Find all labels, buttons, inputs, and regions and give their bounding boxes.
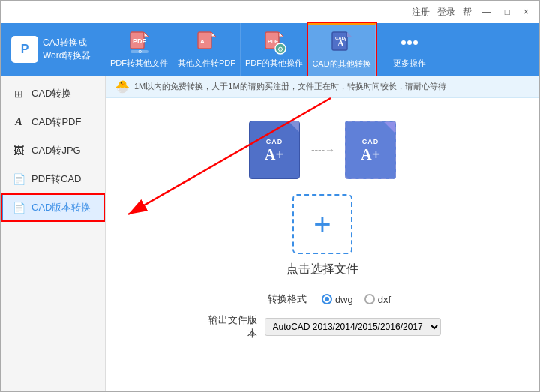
login-link[interactable]: 登录 xyxy=(437,6,455,19)
toolbar-other-to-pdf-label: 其他文件转PDF xyxy=(178,58,236,69)
sidebar-item-cad-to-pdf[interactable]: A CAD转PDF xyxy=(1,108,105,136)
sidebar-item-cad-convert[interactable]: ⊞ CAD转换 xyxy=(1,79,105,108)
toolbar-pdf-other-op-label: PDF的其他操作 xyxy=(245,58,303,69)
register-link[interactable]: 注册 xyxy=(412,6,430,19)
svg-marker-14 xyxy=(347,32,352,37)
sidebar-item-cad-version[interactable]: 📄 CAD版本转换 xyxy=(1,193,105,222)
sidebar: ⊞ CAD转换 A CAD转PDF 🖼 CAD转JPG 📄 PDF转CAD 📄 … xyxy=(1,76,106,392)
target-cad-symbol: A+ xyxy=(361,147,380,162)
logo-icon: P xyxy=(11,36,38,63)
target-file-fold xyxy=(384,122,394,133)
pdf-other-op-icon: PDF ⚙ xyxy=(262,31,286,55)
toolbar-cad-other-label: CAD的其他转换 xyxy=(312,58,370,70)
svg-text:+: + xyxy=(344,37,347,43)
sidebar-item-pdf-to-cad[interactable]: 📄 PDF转CAD xyxy=(1,165,105,193)
toolbar-pdf-to-other-label: PDF转其他文件 xyxy=(110,58,168,69)
logo-text: CAJ转换成 Word转换器 xyxy=(43,37,91,62)
svg-point-20 xyxy=(413,40,418,45)
cad-version-icon: 📄 xyxy=(12,202,26,214)
pdf-to-cad-icon: 📄 xyxy=(12,173,26,185)
cad-to-pdf-icon: A xyxy=(12,116,26,128)
dwg-label: dwg xyxy=(335,294,353,305)
notice-bar: 🐣 1M以内的免费转换，大于1M的请购买注册，文件正在时，转换时间较长，请耐心等… xyxy=(106,76,539,98)
cad-to-jpg-icon: 🖼 xyxy=(12,145,26,157)
format-dwg-option[interactable]: dwg xyxy=(322,294,353,305)
maximize-button[interactable]: □ xyxy=(502,7,513,17)
svg-text:A: A xyxy=(200,38,205,45)
cad-convert-icon: ⊞ xyxy=(12,88,26,100)
more-ops-icon xyxy=(398,31,422,55)
conversion-panel: CAD A+ - - - - → CAD A+ xyxy=(106,98,539,340)
other-to-pdf-icon: A xyxy=(195,31,219,55)
cad-other-icon: CAD A + xyxy=(330,31,354,55)
svg-marker-2 xyxy=(144,32,148,37)
format-radio-group: dwg dxf xyxy=(322,294,391,305)
file-fold xyxy=(289,121,299,132)
conversion-arrow: - - - - → xyxy=(311,144,334,156)
source-cad-file: CAD A+ xyxy=(249,121,300,179)
format-label: 转换格式 xyxy=(254,292,307,306)
notice-text: 1M以内的免费转换，大于1M的请购买注册，文件正在时，转换时间较长，请耐心等待 xyxy=(134,81,446,92)
dxf-label: dxf xyxy=(378,294,391,305)
dwg-radio-dot[interactable] xyxy=(322,294,332,304)
svg-marker-7 xyxy=(212,32,216,37)
version-label: 输出文件版本 xyxy=(205,313,257,340)
toolbar-button-group: PDF ⚙ PDF转其他文件 A 其他文件转PDF xyxy=(106,23,539,76)
svg-marker-10 xyxy=(279,32,284,37)
main-content-area: 🐣 1M以内的免费转换，大于1M的请购买注册，文件正在时，转换时间较长，请耐心等… xyxy=(106,76,539,392)
toolbar-more-ops[interactable]: 更多操作 xyxy=(376,23,443,76)
close-button[interactable]: × xyxy=(520,7,532,17)
svg-point-19 xyxy=(407,40,412,45)
pdf-to-other-icon: PDF ⚙ xyxy=(128,31,152,55)
toolbar-more-ops-label: 更多操作 xyxy=(393,58,426,69)
svg-text:PDF: PDF xyxy=(133,37,147,45)
version-select[interactable]: AutoCAD 2013/2014/2015/2016/2017 AutoCAD… xyxy=(265,318,441,336)
notice-icon: 🐣 xyxy=(115,79,130,94)
format-dxf-option[interactable]: dxf xyxy=(364,294,391,305)
app-logo: P CAJ转换成 Word转换器 xyxy=(1,23,106,76)
file-conversion-preview: CAD A+ - - - - → CAD A+ xyxy=(249,121,396,179)
toolbar-pdf-other-op[interactable]: PDF ⚙ PDF的其他操作 xyxy=(241,23,308,76)
toolbar-cad-other[interactable]: CAD A + CAD的其他转换 xyxy=(308,23,376,76)
svg-text:⚙: ⚙ xyxy=(137,49,141,54)
file-upload-button[interactable]: + xyxy=(292,194,352,254)
app-toolbar: P CAJ转换成 Word转换器 PDF ⚙ PDF转其 xyxy=(1,23,539,76)
main-layout: ⊞ CAD转换 A CAD转PDF 🖼 CAD转JPG 📄 PDF转CAD 📄 … xyxy=(1,76,539,392)
dxf-radio-dot[interactable] xyxy=(364,294,375,304)
click-hint-text[interactable]: 点击选择文件 xyxy=(286,262,358,277)
app-window: 注册 登录 帮 — □ × P CAJ转换成 Word转换器 PDF xyxy=(0,0,540,392)
title-bar: 注册 登录 帮 — □ × xyxy=(1,1,539,23)
target-cad-file: CAD A+ xyxy=(345,121,396,179)
source-cad-symbol: A+ xyxy=(265,147,284,162)
toolbar-pdf-to-other[interactable]: PDF ⚙ PDF转其他文件 xyxy=(106,23,173,76)
plus-icon: + xyxy=(314,208,331,241)
svg-point-18 xyxy=(401,40,406,45)
sidebar-item-cad-to-jpg[interactable]: 🖼 CAD转JPG xyxy=(1,136,105,165)
version-row: 输出文件版本 AutoCAD 2013/2014/2015/2016/2017 … xyxy=(205,313,441,340)
svg-text:PDF: PDF xyxy=(268,39,279,44)
source-cad-label: CAD xyxy=(266,138,284,145)
svg-text:⚙: ⚙ xyxy=(278,46,284,53)
toolbar-other-to-pdf[interactable]: A 其他文件转PDF xyxy=(173,23,241,76)
format-options-row: 转换格式 dwg dxf xyxy=(254,292,391,306)
minimize-button[interactable]: — xyxy=(479,7,494,17)
help-link[interactable]: 帮 xyxy=(463,6,472,19)
target-cad-label: CAD xyxy=(362,138,380,145)
